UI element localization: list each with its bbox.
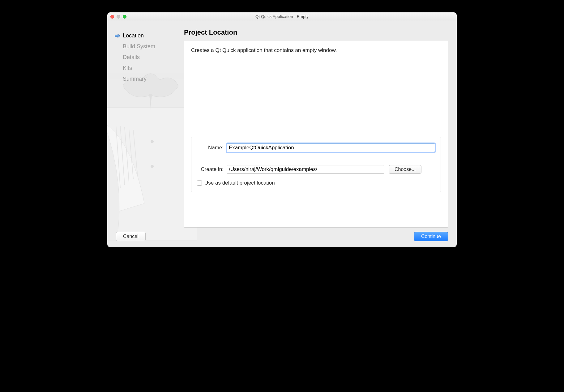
createin-input[interactable] — [227, 165, 384, 174]
panel: Creates a Qt Quick application that cont… — [184, 41, 448, 228]
sidebar-step-label: Location — [123, 32, 144, 39]
footer: Cancel Continue — [107, 232, 448, 247]
createin-label: Create in: — [197, 166, 227, 173]
content: Location Build System Details Kits Summa… — [107, 21, 457, 247]
titlebar: Qt Quick Application - Empty — [107, 12, 457, 21]
sidebar-step-label: Kits — [123, 65, 132, 71]
sidebar-step-label: Build System — [123, 43, 155, 50]
choose-button[interactable]: Choose... — [389, 165, 421, 174]
description-text: Creates a Qt Quick application that cont… — [191, 47, 441, 53]
arrow-right-icon — [115, 34, 120, 38]
default-location-label: Use as default project location — [204, 180, 275, 186]
sidebar-step-kits[interactable]: Kits — [113, 63, 181, 74]
name-input[interactable] — [227, 143, 435, 152]
sidebar-step-location[interactable]: Location — [113, 30, 181, 41]
minimize-icon — [117, 15, 120, 19]
default-location-checkbox[interactable] — [197, 181, 202, 185]
wizard-window: Qt Quick Application - Empty — [107, 12, 457, 247]
wizard-sidebar: Location Build System Details Kits Summa… — [107, 21, 184, 247]
main-area: Project Location Creates a Qt Quick appl… — [184, 21, 457, 247]
sidebar-step-build-system[interactable]: Build System — [113, 41, 181, 52]
name-label: Name: — [197, 145, 227, 151]
page-title: Project Location — [184, 28, 448, 36]
sidebar-step-details[interactable]: Details — [113, 52, 181, 63]
default-location-row: Use as default project location — [197, 180, 435, 186]
sidebar-step-summary[interactable]: Summary — [113, 74, 181, 84]
continue-button[interactable]: Continue — [414, 232, 448, 241]
traffic-lights — [110, 15, 126, 19]
form-block: Name: Create in: Choose... Use as defaul… — [191, 137, 441, 192]
form-row-createin: Create in: Choose... — [197, 165, 435, 174]
window-title: Qt Quick Application - Empty — [107, 14, 457, 19]
zoom-icon[interactable] — [123, 15, 126, 19]
sidebar-step-label: Details — [123, 54, 140, 61]
close-icon[interactable] — [110, 15, 114, 19]
sidebar-step-label: Summary — [123, 76, 147, 82]
cancel-button[interactable]: Cancel — [116, 232, 146, 241]
form-row-name: Name: — [197, 143, 435, 152]
